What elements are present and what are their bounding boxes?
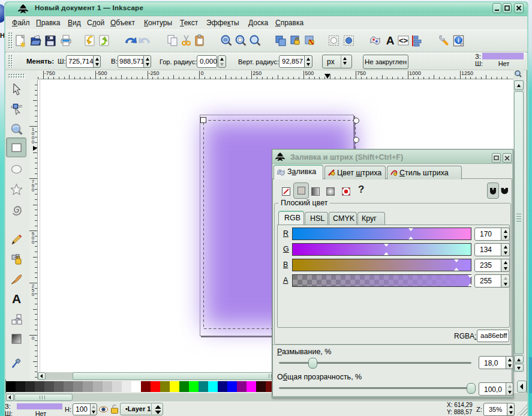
svg-text:<>: <>: [399, 36, 408, 45]
svg-text:i: i: [458, 37, 459, 44]
svg-text:A: A: [386, 34, 395, 47]
svg-text:A: A: [12, 292, 21, 306]
